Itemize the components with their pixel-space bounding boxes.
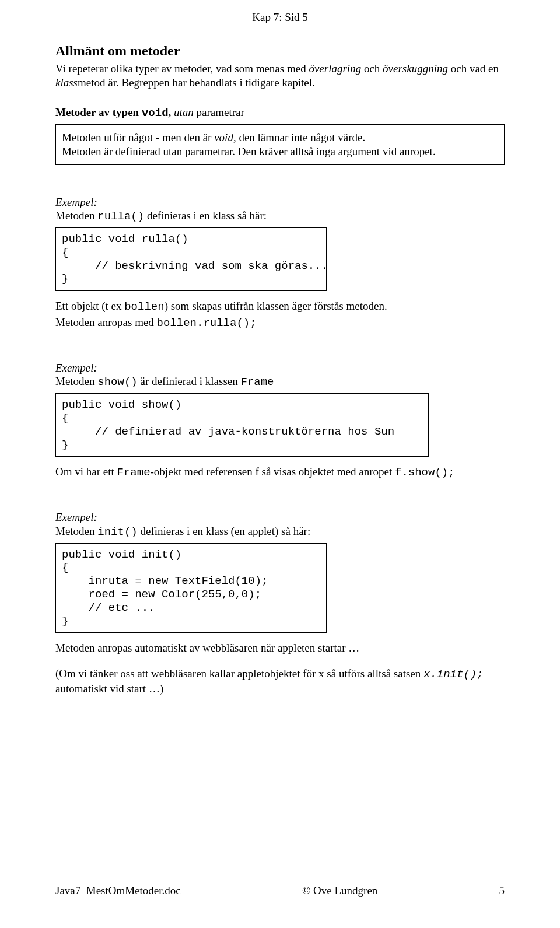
text-mono: f.show(); [395, 466, 455, 479]
example-2-after: Om vi har ett Frame-objekt med referense… [55, 465, 505, 480]
text-mono: Frame [117, 466, 150, 479]
footer-center: © Ove Lundgren [302, 884, 377, 898]
example-label-2: Exempel: [55, 361, 505, 375]
text: automatiskt vid start …) [55, 682, 163, 695]
text-mono: show() [97, 376, 137, 388]
text: -objekt med referensen f så visas objekt… [150, 465, 395, 478]
text: definieras i en klass (en applet) så här… [138, 525, 311, 537]
example-3-after-1: Metoden anropas automatiskt av webbläsar… [55, 641, 505, 655]
text-italic: klass [55, 76, 78, 89]
example-3-after-2: (Om vi tänker oss att webbläsaren kallar… [55, 667, 505, 696]
example-1-intro: Metoden rulla() definieras i en klass så… [55, 209, 505, 224]
text-italic: överlagring [309, 62, 361, 75]
page-header: Kap 7: Sid 5 [55, 10, 505, 24]
text: Ett objekt (t ex [55, 300, 124, 312]
text: , den lämnar inte något värde. [233, 131, 365, 143]
note-line-1: Metoden utför något - men den är void, d… [62, 131, 498, 145]
footer-right: 5 [499, 884, 505, 898]
text-mono: Frame [240, 376, 274, 388]
text: Metoden anropas med [55, 316, 157, 328]
note-box-void: Metoden utför något - men den är void, d… [55, 124, 505, 165]
text-mono: bollen [124, 300, 164, 313]
example-label-3: Exempel: [55, 510, 505, 524]
footer-divider [55, 881, 505, 881]
text: Metoder av typen [55, 106, 142, 118]
example-label-1: Exempel: [55, 195, 505, 209]
text-mono: init() [97, 526, 137, 538]
text: Metoden [55, 209, 97, 222]
page-footer: Java7_MestOmMetoder.doc © Ove Lundgren 5 [55, 884, 505, 898]
text: ) som skapas utifrån klassen äger förstå… [164, 300, 387, 312]
text-italic: överskuggning [383, 62, 448, 75]
page: Kap 7: Sid 5 Allmänt om metoder Vi repet… [0, 0, 560, 928]
text-mono: rulla() [97, 210, 144, 223]
text: Metoden [55, 525, 97, 537]
text: , [169, 106, 174, 118]
text: Metoden [55, 375, 97, 387]
text: definieras i en klass så här: [144, 209, 267, 222]
text: Om vi har ett [55, 465, 117, 478]
example-2-intro: Metoden show() är definierad i klassen F… [55, 374, 505, 390]
text: är definierad i klassen [138, 375, 241, 387]
footer-left: Java7_MestOmMetoder.doc [55, 884, 181, 898]
text: och [361, 62, 383, 75]
text: parametrar [194, 106, 244, 118]
text-mono: bollen.rulla(); [157, 317, 257, 330]
text: och vad en [448, 62, 499, 75]
text: Vi repeterar olika typer av metoder, vad… [55, 62, 309, 75]
example-1-after-1: Ett objekt (t ex bollen) som skapas utif… [55, 299, 505, 314]
code-box-rulla: public void rulla() { // beskrivning vad… [55, 227, 327, 291]
code-box-show: public void show() { // definierad av ja… [55, 393, 429, 457]
text: (Om vi tänker oss att webbläsaren kallar… [55, 667, 424, 680]
text-mono: void [142, 107, 169, 120]
text-italic: void [214, 131, 233, 143]
text-mono-italic: x.init(); [424, 668, 484, 681]
text: Metoden utför något - men den är [62, 131, 214, 143]
heading-main: Allmänt om metoder [55, 42, 505, 59]
note-line-2: Metoden är definierad utan parametrar. D… [62, 145, 498, 159]
text-italic: utan [174, 106, 194, 118]
subheading-void-no-params: Metoder av typen void, utan parametrar [55, 106, 505, 121]
example-1-after-2: Metoden anropas med bollen.rulla(); [55, 316, 505, 331]
text: metod är. Begreppen har behandlats i tid… [78, 76, 315, 89]
code-box-init: public void init() { inruta = new TextFi… [55, 543, 327, 633]
example-3-intro: Metoden init() definieras i en klass (en… [55, 524, 505, 540]
intro-paragraph: Vi repeterar olika typer av metoder, vad… [55, 62, 505, 90]
